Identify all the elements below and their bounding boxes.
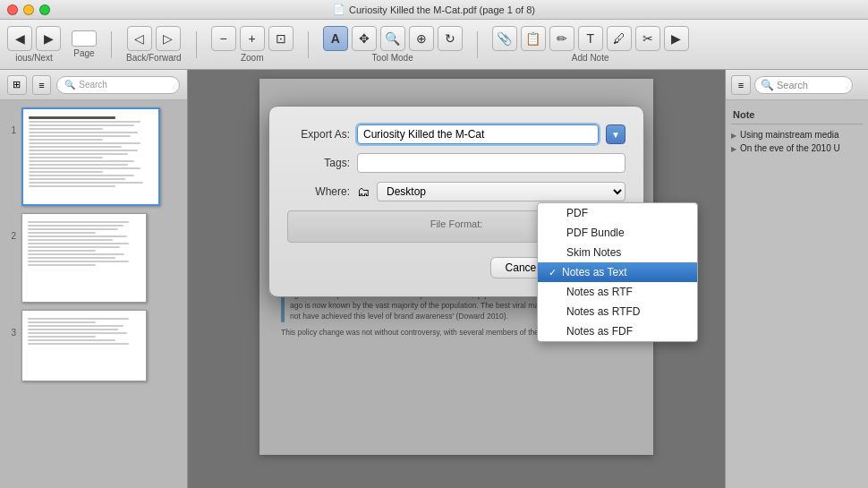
page-label: Page bbox=[73, 48, 94, 58]
export-as-input[interactable] bbox=[357, 124, 599, 144]
note-btn3[interactable]: ✏ bbox=[549, 26, 574, 51]
note-btn6[interactable]: ✂ bbox=[635, 26, 660, 51]
thumb-item-1[interactable]: 1 bbox=[4, 107, 183, 206]
thumbnails-panel: 1 bbox=[0, 100, 187, 389]
note-text-2: On the eve of the 2010 U bbox=[740, 143, 840, 153]
next-button[interactable]: ▶ bbox=[36, 26, 61, 51]
prev-button[interactable]: ◀ bbox=[7, 26, 32, 51]
page-number-1: 1 bbox=[4, 107, 16, 135]
forward-button[interactable]: ▷ bbox=[156, 26, 181, 51]
sidebar-view-btn2[interactable]: ≡ bbox=[32, 75, 52, 95]
tags-row: Tags: bbox=[287, 153, 625, 173]
thumbnail-3[interactable] bbox=[21, 310, 147, 381]
add-note-label: Add Note bbox=[572, 53, 609, 63]
note-item-1[interactable]: ▶ Using mainstream media bbox=[731, 128, 863, 141]
backfwd-group: ◁ ▷ Back/Forward bbox=[126, 26, 182, 63]
left-sidebar: ⊞ ≡ 🔍 Search 1 bbox=[0, 70, 188, 488]
right-view-btn[interactable]: ≡ bbox=[731, 75, 751, 95]
pdf-icon: 📄 bbox=[333, 4, 345, 15]
zoom-tool-button[interactable]: 🔍 bbox=[380, 26, 405, 51]
note-arrow-2: ▶ bbox=[731, 145, 736, 153]
tags-input[interactable] bbox=[357, 153, 625, 173]
note-btn1[interactable]: 📎 bbox=[492, 26, 517, 51]
backfwd-label: Back/Forward bbox=[126, 53, 182, 63]
right-sidebar-header: ≡ 🔍 Search bbox=[726, 70, 868, 100]
page-number-2: 2 bbox=[4, 213, 16, 241]
sep4 bbox=[477, 31, 478, 58]
title-bar: 📄 Curiosity Killed the M-Cat.pdf (page 1… bbox=[0, 0, 868, 20]
add-note-group: 📎 📋 ✏ T 🖊 ✂ ▶ Add Note bbox=[492, 26, 689, 63]
sidebar-search-icon: 🔍 bbox=[64, 80, 75, 90]
window-controls[interactable] bbox=[7, 4, 50, 15]
checkmark-icon: ✓ bbox=[549, 267, 557, 278]
tags-label: Tags: bbox=[287, 157, 350, 169]
folder-icon: 🗂 bbox=[357, 184, 370, 199]
thumb-item-2[interactable]: 2 bbox=[4, 213, 183, 303]
right-sidebar: ≡ 🔍 Search Note ▶ Using mainstream media… bbox=[725, 70, 868, 488]
back-button[interactable]: ◁ bbox=[127, 26, 152, 51]
sep2 bbox=[196, 31, 197, 58]
zoom-out-button[interactable]: − bbox=[211, 26, 236, 51]
tool-mode-label: Tool Mode bbox=[372, 53, 413, 63]
right-search-box[interactable]: 🔍 Search bbox=[754, 76, 853, 94]
sep3 bbox=[308, 31, 309, 58]
sidebar-search-box[interactable]: 🔍 Search bbox=[56, 76, 180, 94]
where-row: Where: 🗂 Desktop bbox=[287, 182, 625, 201]
note-arrow-1: ▶ bbox=[731, 132, 736, 140]
right-search-icon: 🔍 bbox=[761, 79, 774, 91]
modal-overlay: Export As: ▼ Tags: Where: 🗂 Desktop bbox=[188, 70, 725, 488]
sidebar-view-btn1[interactable]: ⊞ bbox=[7, 75, 27, 95]
dropdown-item-notes-as-rtfd[interactable]: Notes as RTFD bbox=[538, 302, 697, 321]
page-group: 1 Page bbox=[72, 30, 97, 58]
thumbnail-2[interactable] bbox=[21, 213, 147, 303]
notes-panel: Note ▶ Using mainstream media ▶ On the e… bbox=[726, 100, 868, 160]
content-area: C E Ko M Al legal high 'epidemic', as re… bbox=[188, 70, 725, 488]
zoom-group: − + ⊡ Zoom bbox=[211, 26, 294, 63]
rotate-tool-button[interactable]: ↻ bbox=[438, 26, 463, 51]
close-button[interactable] bbox=[7, 4, 18, 15]
sep1 bbox=[111, 31, 112, 58]
select-tool-button[interactable]: ✥ bbox=[352, 26, 377, 51]
note-item-2[interactable]: ▶ On the eve of the 2010 U bbox=[731, 141, 863, 155]
where-select[interactable]: Desktop bbox=[377, 182, 625, 201]
sidebar-header: ⊞ ≡ 🔍 Search bbox=[0, 70, 187, 100]
export-as-label: Export As: bbox=[287, 128, 350, 141]
dropdown-item-pdf-bundle[interactable]: PDF Bundle bbox=[538, 223, 697, 243]
dropdown-item-pdf[interactable]: PDF bbox=[538, 203, 697, 223]
note-btn4[interactable]: T bbox=[578, 26, 603, 51]
note-btn7[interactable]: ▶ bbox=[664, 26, 689, 51]
export-dropdown-button[interactable]: ▼ bbox=[606, 124, 625, 144]
page-number-3: 3 bbox=[4, 310, 16, 338]
crop-tool-button[interactable]: ⊕ bbox=[409, 26, 434, 51]
where-label: Where: bbox=[287, 185, 350, 198]
format-dropdown-list[interactable]: PDF PDF Bundle Skim Notes ✓ Notes as Tex… bbox=[537, 202, 698, 342]
note-btn2[interactable]: 📋 bbox=[521, 26, 546, 51]
thumb-item-3[interactable]: 3 bbox=[4, 310, 183, 381]
right-search-placeholder: Search bbox=[777, 80, 808, 90]
dropdown-item-notes-as-rtf[interactable]: Notes as RTF bbox=[538, 282, 697, 302]
text-tool-button[interactable]: A bbox=[323, 26, 348, 51]
zoom-label: Zoom bbox=[241, 53, 264, 63]
nav-group: ◀ ▶ ious/Next bbox=[7, 26, 61, 63]
note-btn5[interactable]: 🖊 bbox=[607, 26, 632, 51]
dropdown-item-skim-notes[interactable]: Skim Notes bbox=[538, 243, 697, 262]
main-toolbar: ◀ ▶ ious/Next 1 Page ◁ ▷ Back/Forward − … bbox=[0, 20, 868, 70]
nav-label: ious/Next bbox=[15, 53, 53, 63]
export-as-row: Export As: ▼ bbox=[287, 124, 625, 144]
minimize-button[interactable] bbox=[23, 4, 34, 15]
tool-mode-group: A ✥ 🔍 ⊕ ↻ Tool Mode bbox=[323, 26, 463, 63]
maximize-button[interactable] bbox=[39, 4, 50, 15]
page-input[interactable]: 1 bbox=[72, 30, 97, 47]
sidebar-search-placeholder: Search bbox=[79, 80, 172, 90]
dropdown-item-notes-as-text[interactable]: ✓ Notes as Text bbox=[538, 262, 697, 282]
thumbnail-1[interactable] bbox=[21, 107, 160, 206]
notes-label: Note bbox=[731, 106, 863, 124]
note-text-1: Using mainstream media bbox=[740, 130, 839, 140]
zoom-fit-button[interactable]: ⊡ bbox=[268, 26, 294, 51]
window-title: 📄 Curiosity Killed the M-Cat.pdf (page 1… bbox=[333, 4, 535, 15]
dropdown-item-notes-as-fdf[interactable]: Notes as FDF bbox=[538, 321, 697, 341]
zoom-in-button[interactable]: + bbox=[240, 26, 265, 51]
